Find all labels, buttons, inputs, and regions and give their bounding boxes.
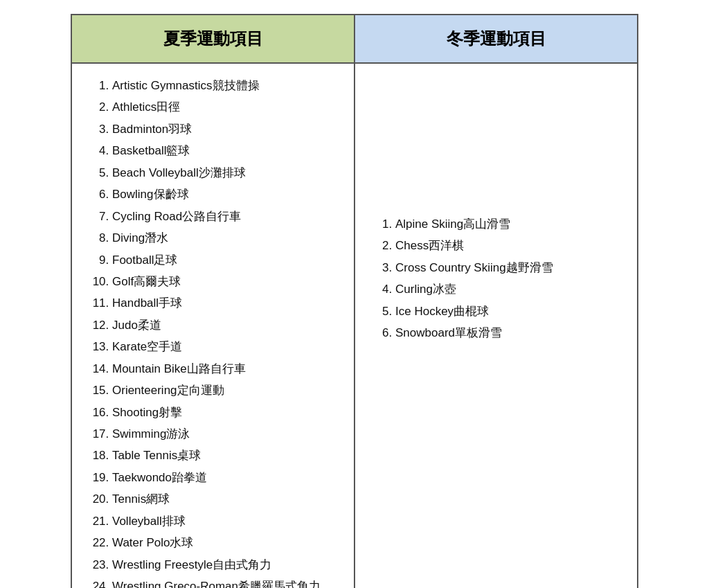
summer-sport-item: Mountain Bike山路自行車	[112, 358, 333, 380]
summer-sport-item: Water Polo水球	[112, 532, 333, 553]
winter-header: 冬季運動項目	[355, 15, 637, 62]
winter-sport-item: Ice Hockey曲棍球	[395, 301, 616, 322]
summer-sports-list: Artistic Gymnastics競技體操Athletics田徑Badmin…	[93, 75, 333, 588]
summer-sport-item: Tennis網球	[112, 488, 333, 510]
summer-sport-item: Diving潛水	[112, 227, 333, 249]
summer-sport-item: Table Tennis桌球	[112, 445, 333, 466]
summer-header-label: 夏季運動項目	[163, 29, 263, 48]
table-body: Artistic Gymnastics競技體操Athletics田徑Badmin…	[72, 64, 637, 588]
summer-sport-item: Volleyball排球	[112, 510, 333, 532]
summer-sport-item: Badminton羽球	[112, 118, 333, 140]
summer-sport-item: Wrestling Freestyle自由式角力	[112, 554, 333, 576]
summer-header: 夏季運動項目	[72, 15, 355, 62]
summer-sport-item: Orienteering定向運動	[112, 380, 333, 401]
summer-sport-item: Bowling保齡球	[112, 184, 333, 205]
winter-header-label: 冬季運動項目	[447, 29, 546, 48]
table-header: 夏季運動項目 冬季運動項目	[72, 15, 637, 64]
summer-sport-item: Shooting射擊	[112, 402, 333, 423]
summer-sport-item: Taekwondo跆拳道	[112, 467, 333, 488]
summer-sport-item: Basketball籃球	[112, 140, 333, 161]
summer-sport-item: Swimming游泳	[112, 423, 333, 445]
summer-sport-item: Golf高爾夫球	[112, 271, 333, 292]
winter-sport-item: Snowboard單板滑雪	[395, 322, 616, 344]
winter-sport-item: Cross Country Skiing越野滑雪	[395, 257, 616, 278]
summer-sport-item: Beach Volleyball沙灘排球	[112, 162, 333, 184]
summer-sport-item: Karate空手道	[112, 336, 333, 357]
summer-sport-item: Athletics田徑	[112, 96, 333, 118]
winter-sports-cell: Alpine Skiing高山滑雪Chess西洋棋Cross Country S…	[355, 64, 637, 588]
winter-sport-item: Alpine Skiing高山滑雪	[395, 213, 616, 235]
summer-sport-item: Wrestling Greco-Roman希臘羅馬式角力	[112, 576, 333, 588]
summer-sport-item: Handball手球	[112, 292, 333, 314]
sports-table: 夏季運動項目 冬季運動項目 Artistic Gymnastics競技體操Ath…	[71, 14, 638, 588]
winter-sport-item: Curling冰壺	[395, 278, 616, 300]
summer-sport-item: Artistic Gymnastics競技體操	[112, 75, 333, 96]
winter-sports-list: Alpine Skiing高山滑雪Chess西洋棋Cross Country S…	[376, 213, 616, 344]
winter-sport-item: Chess西洋棋	[395, 235, 616, 256]
summer-sport-item: Judo柔道	[112, 314, 333, 336]
summer-sport-item: Football足球	[112, 249, 333, 271]
summer-sport-item: Cycling Road公路自行車	[112, 206, 333, 227]
summer-sports-cell: Artistic Gymnastics競技體操Athletics田徑Badmin…	[72, 64, 355, 588]
